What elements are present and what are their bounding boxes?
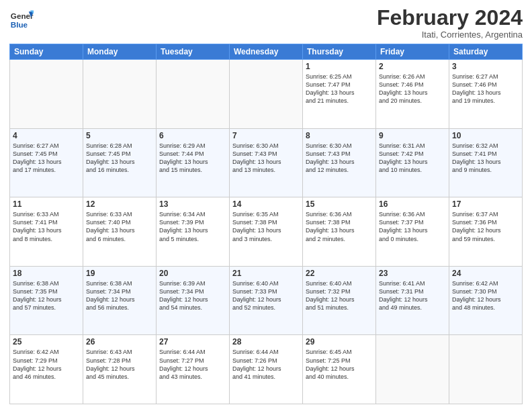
day-info: Sunrise: 6:27 AM Sunset: 7:45 PM Dayligh… [13, 142, 80, 175]
calendar-week-row: 4Sunrise: 6:27 AM Sunset: 7:45 PM Daylig… [10, 128, 523, 197]
day-info: Sunrise: 6:36 AM Sunset: 7:37 PM Dayligh… [379, 210, 446, 243]
svg-text:Blue: Blue [11, 20, 28, 29]
day-info: Sunrise: 6:41 AM Sunset: 7:31 PM Dayligh… [379, 279, 446, 312]
day-number: 22 [306, 269, 373, 278]
table-row: 19Sunrise: 6:38 AM Sunset: 7:34 PM Dayli… [83, 266, 157, 335]
calendar-week-row: 1Sunrise: 6:25 AM Sunset: 7:47 PM Daylig… [10, 60, 523, 129]
page: General Blue February 2024 Itati, Corrie… [0, 0, 532, 411]
table-row: 16Sunrise: 6:36 AM Sunset: 7:37 PM Dayli… [376, 197, 449, 267]
logo-icon: General Blue [9, 7, 34, 31]
table-row: 25Sunrise: 6:42 AM Sunset: 7:29 PM Dayli… [10, 335, 83, 404]
day-info: Sunrise: 6:33 AM Sunset: 7:41 PM Dayligh… [13, 210, 80, 243]
day-number: 26 [86, 337, 153, 347]
day-info: Sunrise: 6:28 AM Sunset: 7:45 PM Dayligh… [86, 142, 153, 175]
day-number: 16 [379, 199, 446, 209]
day-number: 9 [379, 131, 446, 140]
table-row: 29Sunrise: 6:45 AM Sunset: 7:25 PM Dayli… [303, 335, 376, 404]
table-row [449, 335, 523, 404]
table-row: 6Sunrise: 6:29 AM Sunset: 7:44 PM Daylig… [157, 128, 230, 197]
calendar: Sunday Monday Tuesday Wednesday Thursday… [9, 44, 523, 404]
table-row: 5Sunrise: 6:28 AM Sunset: 7:45 PM Daylig… [83, 128, 157, 197]
day-number: 7 [232, 131, 300, 140]
logo: General Blue [9, 7, 34, 31]
day-info: Sunrise: 6:34 AM Sunset: 7:39 PM Dayligh… [159, 210, 226, 243]
table-row: 28Sunrise: 6:44 AM Sunset: 7:26 PM Dayli… [230, 335, 303, 404]
day-number: 19 [86, 269, 153, 278]
table-row: 2Sunrise: 6:26 AM Sunset: 7:46 PM Daylig… [376, 60, 449, 129]
day-number: 29 [306, 337, 373, 347]
table-row: 8Sunrise: 6:30 AM Sunset: 7:43 PM Daylig… [303, 128, 376, 197]
day-info: Sunrise: 6:38 AM Sunset: 7:35 PM Dayligh… [13, 279, 80, 312]
day-number: 21 [232, 269, 300, 278]
day-number: 6 [159, 131, 226, 140]
header-friday: Friday [376, 44, 449, 60]
table-row: 26Sunrise: 6:43 AM Sunset: 7:28 PM Dayli… [83, 335, 157, 404]
day-info: Sunrise: 6:31 AM Sunset: 7:42 PM Dayligh… [379, 142, 446, 175]
header-sunday: Sunday [10, 44, 83, 60]
table-row [376, 335, 449, 404]
day-info: Sunrise: 6:32 AM Sunset: 7:41 PM Dayligh… [452, 142, 519, 175]
table-row: 27Sunrise: 6:44 AM Sunset: 7:27 PM Dayli… [157, 335, 230, 404]
day-number: 28 [232, 337, 300, 347]
table-row: 18Sunrise: 6:38 AM Sunset: 7:35 PM Dayli… [10, 266, 83, 335]
day-info: Sunrise: 6:43 AM Sunset: 7:28 PM Dayligh… [86, 348, 153, 381]
day-number: 25 [13, 337, 80, 347]
day-number: 3 [452, 62, 519, 71]
top-area: General Blue February 2024 Itati, Corrie… [9, 7, 523, 40]
table-row: 3Sunrise: 6:27 AM Sunset: 7:46 PM Daylig… [449, 60, 523, 129]
day-info: Sunrise: 6:30 AM Sunset: 7:43 PM Dayligh… [306, 142, 373, 175]
header-wednesday: Wednesday [230, 44, 303, 60]
table-row: 1Sunrise: 6:25 AM Sunset: 7:47 PM Daylig… [303, 60, 376, 129]
day-info: Sunrise: 6:30 AM Sunset: 7:43 PM Dayligh… [232, 142, 300, 175]
header-thursday: Thursday [303, 44, 376, 60]
day-number: 5 [86, 131, 153, 140]
day-number: 24 [452, 269, 519, 278]
day-info: Sunrise: 6:33 AM Sunset: 7:40 PM Dayligh… [86, 210, 153, 243]
table-row: 21Sunrise: 6:40 AM Sunset: 7:33 PM Dayli… [230, 266, 303, 335]
day-info: Sunrise: 6:42 AM Sunset: 7:30 PM Dayligh… [452, 279, 519, 312]
table-row: 7Sunrise: 6:30 AM Sunset: 7:43 PM Daylig… [230, 128, 303, 197]
table-row [83, 60, 157, 129]
day-number: 11 [13, 199, 80, 209]
table-row: 17Sunrise: 6:37 AM Sunset: 7:36 PM Dayli… [449, 197, 523, 267]
day-number: 23 [379, 269, 446, 278]
month-title: February 2024 [377, 7, 523, 28]
calendar-week-row: 18Sunrise: 6:38 AM Sunset: 7:35 PM Dayli… [10, 266, 523, 335]
table-row: 4Sunrise: 6:27 AM Sunset: 7:45 PM Daylig… [10, 128, 83, 197]
header-right: February 2024 Itati, Corrientes, Argenti… [377, 7, 523, 40]
table-row: 9Sunrise: 6:31 AM Sunset: 7:42 PM Daylig… [376, 128, 449, 197]
day-number: 4 [13, 131, 80, 140]
day-info: Sunrise: 6:40 AM Sunset: 7:32 PM Dayligh… [306, 279, 373, 312]
day-number: 1 [306, 62, 373, 71]
day-info: Sunrise: 6:27 AM Sunset: 7:46 PM Dayligh… [452, 73, 519, 105]
table-row [10, 60, 83, 129]
table-row: 24Sunrise: 6:42 AM Sunset: 7:30 PM Dayli… [449, 266, 523, 335]
day-info: Sunrise: 6:25 AM Sunset: 7:47 PM Dayligh… [306, 73, 373, 105]
table-row: 15Sunrise: 6:36 AM Sunset: 7:38 PM Dayli… [303, 197, 376, 267]
day-number: 27 [159, 337, 226, 347]
day-info: Sunrise: 6:36 AM Sunset: 7:38 PM Dayligh… [306, 210, 373, 243]
calendar-week-row: 25Sunrise: 6:42 AM Sunset: 7:29 PM Dayli… [10, 335, 523, 404]
day-number: 14 [232, 199, 300, 209]
table-row: 13Sunrise: 6:34 AM Sunset: 7:39 PM Dayli… [157, 197, 230, 267]
calendar-week-row: 11Sunrise: 6:33 AM Sunset: 7:41 PM Dayli… [10, 197, 523, 267]
day-number: 2 [379, 62, 446, 71]
header-tuesday: Tuesday [157, 44, 230, 60]
day-info: Sunrise: 6:35 AM Sunset: 7:38 PM Dayligh… [232, 210, 300, 243]
day-info: Sunrise: 6:44 AM Sunset: 7:26 PM Dayligh… [232, 348, 300, 381]
day-number: 12 [86, 199, 153, 209]
day-info: Sunrise: 6:29 AM Sunset: 7:44 PM Dayligh… [159, 142, 226, 175]
table-row: 14Sunrise: 6:35 AM Sunset: 7:38 PM Dayli… [230, 197, 303, 267]
day-info: Sunrise: 6:40 AM Sunset: 7:33 PM Dayligh… [232, 279, 300, 312]
table-row: 11Sunrise: 6:33 AM Sunset: 7:41 PM Dayli… [10, 197, 83, 267]
location: Itati, Corrientes, Argentina [377, 30, 523, 40]
day-number: 20 [159, 269, 226, 278]
day-number: 8 [306, 131, 373, 140]
day-info: Sunrise: 6:26 AM Sunset: 7:46 PM Dayligh… [379, 73, 446, 105]
day-number: 15 [306, 199, 373, 209]
day-number: 18 [13, 269, 80, 278]
day-info: Sunrise: 6:42 AM Sunset: 7:29 PM Dayligh… [13, 348, 80, 381]
day-info: Sunrise: 6:37 AM Sunset: 7:36 PM Dayligh… [452, 210, 519, 243]
header-monday: Monday [83, 44, 157, 60]
table-row: 12Sunrise: 6:33 AM Sunset: 7:40 PM Dayli… [83, 197, 157, 267]
